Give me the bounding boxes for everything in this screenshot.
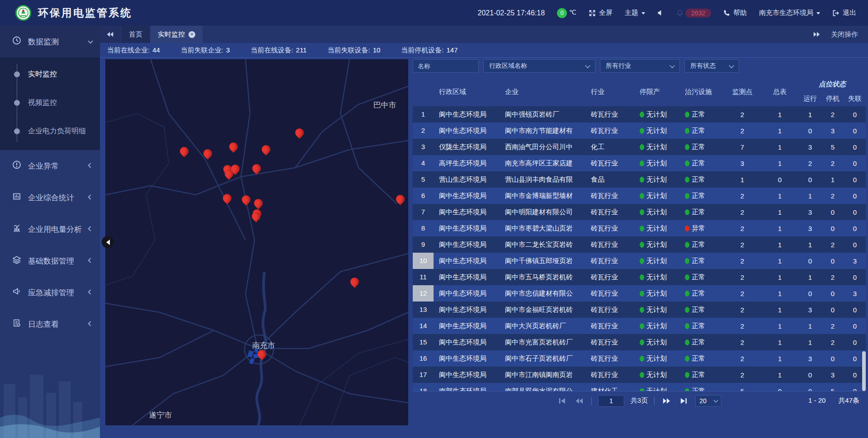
theme-dropdown[interactable]: 主题 — [625, 9, 645, 17]
map-city-label: 南充市 — [252, 340, 275, 351]
table-row[interactable]: 13阆中生态环境局阆中市金福旺页岩机砖砖瓦行业无计划正常21300 — [413, 301, 866, 318]
cell-index: 5 — [413, 171, 434, 188]
table-row[interactable]: 15阆中生态环境局阆中市光富页岩机砖厂砖瓦行业无计划正常21120 — [413, 334, 866, 350]
cell-region: 阆中生态环境局 — [434, 354, 500, 363]
cell-facility-status: 正常 — [679, 371, 724, 379]
logout-button[interactable]: 退出 — [832, 9, 856, 17]
region-filter-select[interactable]: 行政区域名称 — [483, 59, 595, 73]
previous-page-button[interactable] — [574, 396, 585, 406]
facility-status-text: 正常 — [692, 175, 705, 183]
tabs-scroll-right-button[interactable] — [811, 29, 822, 40]
table-row[interactable]: 4高坪生态环境局南充市高坪区王家店建砖瓦行业无计划正常31220 — [413, 155, 866, 171]
table-row[interactable]: 3仪陇生态环境局西南油气田分公司川中化工无计划正常71350 — [413, 139, 866, 155]
table-row[interactable]: 9阆中生态环境局阆中市二龙长宝页岩砖砖瓦行业无计划正常21120 — [413, 236, 866, 253]
fullscreen-button[interactable]: 全屏 — [589, 9, 613, 17]
sidebar-item-3[interactable]: 企业综合统计 — [0, 182, 100, 213]
sidebar-subitem[interactable]: 企业电力负荷明细 — [0, 117, 100, 146]
sidebar-item-label: 企业用电量分析 — [28, 224, 82, 235]
help-button[interactable]: 帮助 — [723, 9, 747, 17]
cell-company: 南部县双华水泥有限公 — [500, 387, 585, 391]
cell-monitor-points: 5 — [724, 387, 761, 391]
tab-首页[interactable]: 首页 — [122, 26, 150, 43]
map-city-label: 巴中市 — [373, 100, 396, 110]
cell-region: 营山生态环境局 — [434, 175, 500, 184]
cell-total-meters: 1 — [761, 241, 799, 249]
sidebar-item-1[interactable]: 数据监测 — [0, 26, 100, 57]
sidebar-item-2[interactable]: 企业异常 — [0, 150, 100, 182]
cell-stop-status: 无计划 — [634, 192, 679, 200]
cell-total-meters: 1 — [761, 208, 799, 216]
summary-icon — [12, 192, 21, 203]
sidebar-item-7[interactable]: 日志查看 — [0, 308, 100, 340]
column-header-total: 总表 — [761, 77, 799, 106]
table-scrollbar-thumb[interactable] — [862, 351, 866, 391]
table-row[interactable]: 2阆中生态环境局阆中市南方节能建材有砖瓦行业无计划正常21030 — [413, 122, 866, 139]
page-number-input[interactable] — [598, 395, 624, 407]
cell-disconnected: 0 — [844, 208, 866, 216]
sidebar-item-5[interactable]: 基础数据管理 — [0, 245, 100, 277]
submenu-dot-icon — [14, 100, 20, 106]
stat-item: 当前失联设备:10 — [327, 46, 380, 55]
cell-monitor-points: 2 — [724, 371, 761, 379]
last-page-button[interactable] — [678, 396, 689, 406]
cell-region: 阆中生态环境局 — [434, 338, 500, 347]
close-operations-button[interactable]: 关闭操作 — [831, 30, 858, 39]
name-filter-input[interactable] — [413, 59, 479, 73]
map-collapse-handle[interactable] — [102, 236, 114, 248]
table-row[interactable]: 6阆中生态环境局阆中市金博瑞新型墙材砖瓦行业无计划正常21120 — [413, 188, 866, 204]
sidebar-subitem[interactable]: 视频监控 — [0, 89, 100, 117]
first-page-button[interactable] — [557, 396, 568, 406]
logout-icon — [832, 9, 840, 17]
stats-bar: 当前在线企业:44当前失联企业:3当前在线设备:211当前失联设备:10当前停机… — [100, 43, 868, 58]
map-panel[interactable]: 巴中市南充市遂宁市 — [105, 59, 408, 425]
sidebar-item-label: 基础数据管理 — [28, 256, 74, 266]
org-dropdown[interactable]: 南充市生态环境局 — [759, 9, 820, 17]
status-filter-select[interactable]: 所有状态 — [684, 59, 739, 73]
table-row[interactable]: 1阆中生态环境局阆中强锐页岩砖厂砖瓦行业无计划正常21120 — [413, 106, 866, 122]
submenu-dot-icon — [14, 128, 20, 134]
cell-monitor-points: 2 — [724, 355, 761, 363]
status-dot-icon — [640, 242, 644, 248]
table-row[interactable]: 18南部生态环境局南部县双华水泥有限公建材化工无计划正常50050 — [413, 383, 866, 391]
tabs-scroll-left-button[interactable] — [100, 26, 121, 43]
cell-monitor-points: 3 — [724, 160, 761, 167]
sidebar-subitem[interactable]: 实时监控 — [0, 60, 100, 89]
industry-filter-select[interactable]: 所有行业 — [600, 59, 680, 73]
tab-close-icon[interactable] — [189, 31, 195, 38]
chevron-left-icon — [88, 226, 93, 231]
chevron-down-icon — [585, 63, 590, 68]
main-area: 首页实时监控 关闭操作 当前在线企业:44当前失联企业:3当前在线设备:211当… — [100, 26, 868, 438]
cell-region: 阆中生态环境局 — [434, 322, 500, 330]
table-row[interactable]: 11阆中生态环境局阆中市五马桥页岩机砖砖瓦行业无计划正常21120 — [413, 269, 866, 285]
mute-button[interactable] — [657, 9, 664, 16]
cell-company: 阆中市忠信建材有限公 — [500, 289, 585, 298]
sidebar-item-6[interactable]: 应急减排管理 — [0, 277, 100, 308]
cell-company: 阆中市二龙长宝页岩砖 — [500, 240, 585, 249]
double-arrow-right-icon — [813, 31, 820, 38]
notifications-button[interactable]: 2632 — [676, 9, 711, 18]
cell-running: 0 — [799, 290, 821, 297]
sidebar-item-4[interactable]: 企业用电量分析 — [0, 213, 100, 245]
cell-disconnected: 0 — [844, 306, 866, 314]
table-row[interactable]: 5营山生态环境局营山县润丰肉食品有限食品无计划正常10010 — [413, 171, 866, 188]
cell-region: 高坪生态环境局 — [434, 159, 500, 168]
cell-stop-status: 无计划 — [634, 240, 679, 249]
table-row[interactable]: 7阆中生态环境局阆中明阳建材有限公司砖瓦行业无计划正常21300 — [413, 204, 866, 220]
cell-facility-status: 正常 — [679, 127, 724, 135]
table-row[interactable]: 12阆中生态环境局阆中市忠信建材有限公砖瓦行业无计划正常21003 — [413, 285, 866, 301]
page-size-select[interactable]: 20 — [695, 395, 722, 407]
pagination-summary: 1 - 20 共47条 — [808, 396, 866, 405]
next-page-button[interactable] — [661, 396, 672, 406]
cell-index: 17 — [413, 367, 434, 383]
column-group-subheaders: 运行停机失联 — [799, 91, 866, 106]
cell-stopped: 2 — [821, 111, 844, 118]
table-row[interactable]: 8阆中生态环境局阆中市枣碧大梁山页岩砖瓦行业无计划异常21300 — [413, 220, 866, 236]
tab-实时监控[interactable]: 实时监控 — [151, 26, 203, 43]
table-row[interactable]: 10阆中生态环境局阆中千佛镇五郎垭页岩砖瓦行业无计划正常21003 — [413, 253, 866, 269]
table-row[interactable]: 14阆中生态环境局阆中大兴页岩机砖厂砖瓦行业无计划正常21120 — [413, 318, 866, 334]
table-row[interactable]: 17阆中生态环境局阆中市江南镇阆南页岩砖瓦行业无计划正常21030 — [413, 367, 866, 383]
sidebar-menu: 数据监测实时监控视频监控企业电力负荷明细企业异常企业综合统计企业用电量分析基础数… — [0, 26, 100, 340]
stop-status-text: 无计划 — [646, 289, 667, 297]
table-row[interactable]: 16阆中生态环境局阆中市石子页岩机砖厂砖瓦行业无计划正常21300 — [413, 350, 866, 367]
chevron-left-icon — [104, 240, 110, 245]
